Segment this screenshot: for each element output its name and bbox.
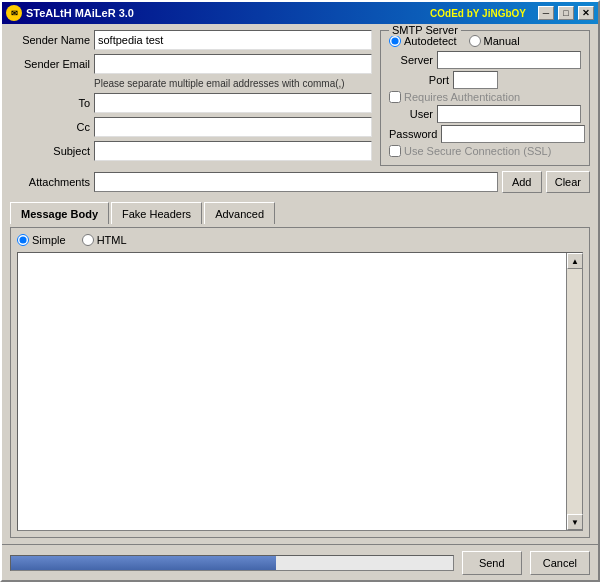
sender-email-input[interactable]: [94, 54, 372, 74]
subject-label: Subject: [10, 145, 90, 157]
manual-label: Manual: [484, 35, 520, 47]
scroll-down-button[interactable]: ▼: [567, 514, 583, 530]
smtp-mode-row: Autodetect Manual: [389, 35, 581, 47]
requires-auth-row: Requires Authentication: [389, 91, 581, 103]
sender-email-row: Sender Email: [10, 54, 372, 74]
autodetect-label: Autodetect: [404, 35, 457, 47]
message-area-container: ▲ ▼: [17, 252, 583, 531]
content-area: Sender Name Sender Email Please separate…: [2, 24, 598, 544]
port-row: Port: [389, 71, 581, 89]
sender-name-row: Sender Name: [10, 30, 372, 50]
progress-bar-container: [10, 555, 454, 571]
tabs-row: Message Body Fake Headers Advanced: [10, 202, 590, 224]
main-window: ✉ STeALtH MAiLeR 3.0 COdEd bY JiNGbOY ─ …: [0, 0, 600, 582]
close-button[interactable]: ✕: [578, 6, 594, 20]
sender-name-label: Sender Name: [10, 34, 90, 46]
requires-auth-item: Requires Authentication: [389, 91, 520, 103]
user-row: User: [389, 105, 581, 123]
bottom-bar: Send Cancel: [2, 544, 598, 580]
ssl-row: Use Secure Connection (SSL): [389, 145, 581, 157]
autodetect-option: Autodetect: [389, 35, 457, 47]
vertical-scrollbar[interactable]: ▲ ▼: [566, 253, 582, 530]
smtp-group: SMTP Server Autodetect Manual Server: [380, 30, 590, 166]
simple-label: Simple: [32, 234, 66, 246]
requires-auth-checkbox[interactable]: [389, 91, 401, 103]
to-input[interactable]: [94, 93, 372, 113]
top-section: Sender Name Sender Email Please separate…: [10, 30, 590, 166]
manual-option: Manual: [469, 35, 520, 47]
tab-fake-headers[interactable]: Fake Headers: [111, 202, 202, 224]
html-option: HTML: [82, 234, 127, 246]
window-title: STeALtH MAiLeR 3.0: [26, 7, 134, 19]
sender-email-label: Sender Email: [10, 58, 90, 70]
attachments-label: Attachments: [10, 176, 90, 188]
add-button[interactable]: Add: [502, 171, 542, 193]
smtp-legend: SMTP Server: [389, 24, 461, 36]
message-options-row: Simple HTML: [17, 234, 583, 246]
cc-row: Cc: [10, 117, 372, 137]
manual-radio[interactable]: [469, 35, 481, 47]
html-radio[interactable]: [82, 234, 94, 246]
tab-advanced[interactable]: Advanced: [204, 202, 275, 224]
maximize-button[interactable]: □: [558, 6, 574, 20]
separator-note: Please separate multiple email addresses…: [94, 78, 372, 89]
title-bar-right: COdEd bY JiNGbOY ─ □ ✕: [430, 6, 594, 20]
html-label: HTML: [97, 234, 127, 246]
autodetect-radio[interactable]: [389, 35, 401, 47]
scroll-track[interactable]: [567, 269, 582, 514]
to-row: To: [10, 93, 372, 113]
server-row: Server: [389, 51, 581, 69]
clear-button[interactable]: Clear: [546, 171, 590, 193]
cc-label: Cc: [10, 121, 90, 133]
ssl-item: Use Secure Connection (SSL): [389, 145, 551, 157]
scroll-up-button[interactable]: ▲: [567, 253, 583, 269]
attachments-input[interactable]: [94, 172, 498, 192]
simple-option: Simple: [17, 234, 66, 246]
app-icon: ✉: [6, 5, 22, 21]
attachments-row: Attachments Add Clear: [10, 171, 590, 193]
simple-radio[interactable]: [17, 234, 29, 246]
ssl-label: Use Secure Connection (SSL): [404, 145, 551, 157]
password-row: Password: [389, 125, 581, 143]
message-textarea[interactable]: [18, 253, 566, 530]
title-bar-left: ✉ STeALtH MAiLeR 3.0: [6, 5, 134, 21]
coded-by-text: COdEd bY JiNGbOY: [430, 8, 526, 19]
ssl-checkbox[interactable]: [389, 145, 401, 157]
to-label: To: [10, 97, 90, 109]
minimize-button[interactable]: ─: [538, 6, 554, 20]
port-input[interactable]: [453, 71, 498, 89]
subject-row: Subject: [10, 141, 372, 161]
progress-bar-fill: [11, 556, 276, 570]
tab-message-body[interactable]: Message Body: [10, 202, 109, 224]
server-label: Server: [389, 54, 433, 66]
password-input[interactable]: [441, 125, 585, 143]
cancel-button[interactable]: Cancel: [530, 551, 590, 575]
send-button[interactable]: Send: [462, 551, 522, 575]
port-label: Port: [389, 74, 449, 86]
title-bar: ✉ STeALtH MAiLeR 3.0 COdEd bY JiNGbOY ─ …: [2, 2, 598, 24]
password-label: Password: [389, 128, 437, 140]
subject-input[interactable]: [94, 141, 372, 161]
tab-panel: Simple HTML ▲ ▼: [10, 227, 590, 538]
left-form: Sender Name Sender Email Please separate…: [10, 30, 372, 166]
user-input[interactable]: [437, 105, 581, 123]
user-label: User: [389, 108, 433, 120]
server-input[interactable]: [437, 51, 581, 69]
requires-auth-label: Requires Authentication: [404, 91, 520, 103]
cc-input[interactable]: [94, 117, 372, 137]
sender-name-input[interactable]: [94, 30, 372, 50]
